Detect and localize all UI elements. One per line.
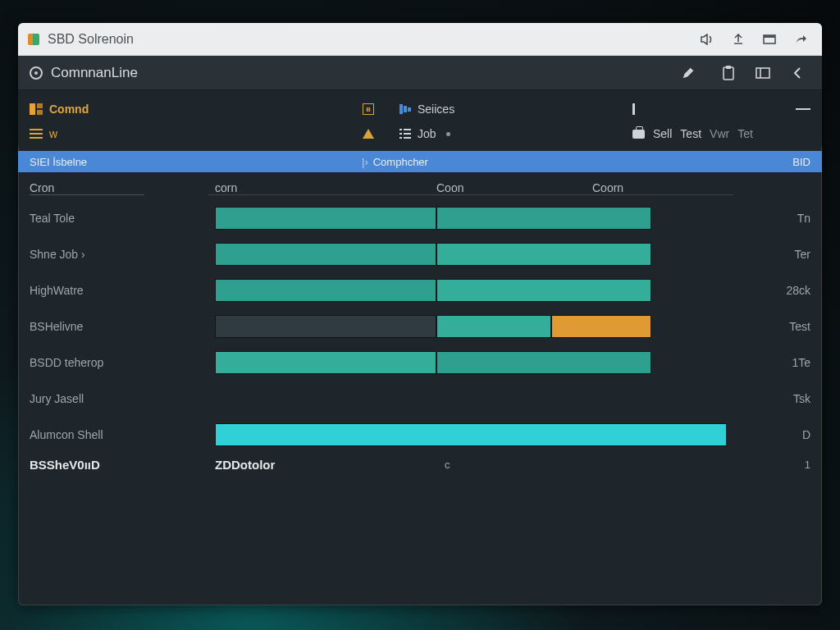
- row-bar: [215, 243, 740, 266]
- table-row[interactable]: Alumcon ShellD: [30, 417, 810, 453]
- row-bar: [215, 207, 740, 230]
- table-row[interactable]: BSDD teherop1Te: [30, 345, 810, 381]
- titlebar-forward-icon[interactable]: [789, 30, 812, 49]
- services-bars-icon: [399, 104, 411, 114]
- services-square-icon: в: [363, 103, 374, 115]
- svg-rect-4: [756, 68, 769, 78]
- row-value: Tn: [740, 212, 810, 225]
- bar-segment: [436, 243, 651, 266]
- menu-command[interactable]: Comnd: [49, 103, 89, 116]
- row-name: Shne Job ›: [30, 248, 215, 261]
- vbar-icon: [632, 103, 635, 115]
- menu-job[interactable]: Job: [418, 127, 436, 140]
- table-body: Teal ToleTnShne Job ›TerHighWatre28ckBSH…: [30, 200, 810, 453]
- row-value: Ter: [740, 248, 810, 261]
- menu-test[interactable]: Test: [680, 127, 701, 140]
- row-name: Jury Jasell: [30, 392, 215, 405]
- bar-segment: [551, 315, 651, 338]
- top-bar: ComnnanLine: [18, 56, 822, 90]
- bar-segment: [215, 351, 436, 374]
- footer-b: ZDDotolor: [215, 458, 445, 472]
- footer-c: c: [445, 459, 600, 471]
- menu-services[interactable]: Seiices: [418, 103, 454, 116]
- dot-icon: [446, 132, 450, 136]
- table-row[interactable]: BSHelivneTest: [30, 308, 810, 345]
- menu-vwr[interactable]: Vwr: [710, 127, 729, 140]
- th-c1[interactable]: corn: [208, 181, 430, 195]
- table-row[interactable]: HighWatre28ck: [30, 272, 810, 308]
- chevron-left-icon[interactable]: [784, 62, 810, 84]
- command-icon: [30, 103, 43, 115]
- top-bar-title: ComnnanLine: [51, 65, 138, 81]
- svg-rect-1: [764, 35, 775, 38]
- titlebar-window-icon[interactable]: [758, 30, 781, 49]
- clipboard-icon[interactable]: [715, 62, 742, 84]
- record-icon[interactable]: [30, 66, 43, 80]
- table-row[interactable]: Teal ToleTn: [30, 200, 810, 236]
- row-value: 1Te: [740, 356, 810, 369]
- list-icon: [399, 129, 411, 139]
- titlebar-sound-icon[interactable]: [696, 30, 719, 49]
- row-name: Alumcon Shell: [30, 428, 215, 441]
- table-area: Cron corn Coon Coorn Teal ToleTnShne Job…: [18, 172, 822, 605]
- bar-segment: [215, 279, 436, 302]
- row-name: HighWatre: [30, 284, 215, 297]
- menu-sell[interactable]: Sell: [653, 127, 672, 140]
- row-name: Teal Tole: [30, 212, 215, 225]
- footer-d: 1: [600, 459, 810, 471]
- panel-icon[interactable]: [750, 62, 776, 84]
- lines-icon: [30, 129, 43, 139]
- table-row[interactable]: Shne Job ›Ter: [30, 236, 810, 272]
- app-icon: [28, 34, 39, 45]
- row-value: 28ck: [740, 284, 810, 297]
- table-row[interactable]: Jury JasellTsk: [30, 381, 810, 417]
- th-c3[interactable]: Coorn: [586, 181, 733, 195]
- briefcase-icon: [632, 130, 645, 139]
- bar-segment: [215, 243, 436, 266]
- row-bar: [215, 351, 740, 374]
- bar-segment: [215, 423, 727, 446]
- app-window: SBD Solrenoin ComnnanLine: [18, 23, 822, 605]
- bar-segment: [215, 207, 436, 230]
- row-bar: [215, 279, 740, 302]
- th-name[interactable]: Cron: [30, 181, 144, 195]
- menu-row-1: Comnd в Seiices: [30, 97, 810, 121]
- row-bar: [215, 423, 740, 446]
- row-value: D: [740, 428, 810, 441]
- row-value: Tsk: [740, 392, 810, 405]
- warning-icon: [363, 129, 374, 139]
- menu-tet[interactable]: Tet: [737, 127, 753, 140]
- title-bar: SBD Solrenoin: [18, 23, 822, 56]
- row-bar: [215, 387, 740, 410]
- bar-segment: [436, 207, 651, 230]
- bar-segment: [215, 315, 436, 338]
- table-footer: BSSheV0ııD ZDDotolor c 1: [30, 453, 810, 472]
- blue-right: BID: [792, 156, 810, 168]
- titlebar-export-icon[interactable]: [727, 30, 750, 49]
- table-header: Cron corn Coon Coorn: [30, 172, 810, 200]
- footer-name: BSSheV0ııD: [30, 458, 215, 472]
- row-name: BSHelivne: [30, 320, 215, 333]
- menu-row-2: w Job Sell Test Vwr Tet: [30, 121, 810, 146]
- blue-left: SIEI İsbelne: [30, 156, 354, 168]
- row-bar: [215, 315, 740, 338]
- selected-header-row[interactable]: SIEI İsbelne |› Comphcher BID: [18, 151, 822, 172]
- dash-icon[interactable]: [796, 108, 810, 110]
- blue-mid: Comphcher: [373, 156, 428, 168]
- svg-rect-3: [726, 66, 731, 69]
- th-c2[interactable]: Coon: [430, 181, 586, 195]
- bar-segment: [436, 351, 651, 374]
- bar-segment: [436, 315, 551, 338]
- menu-region: Comnd в Seiices w Job: [18, 90, 822, 146]
- window-title: SBD Solrenoin: [48, 32, 134, 47]
- bar-segment: [436, 279, 651, 302]
- edit-icon[interactable]: [681, 62, 707, 84]
- menu-w[interactable]: w: [49, 127, 57, 140]
- row-value: Test: [740, 320, 810, 333]
- svg-rect-2: [724, 67, 733, 80]
- row-name: BSDD teherop: [30, 356, 215, 369]
